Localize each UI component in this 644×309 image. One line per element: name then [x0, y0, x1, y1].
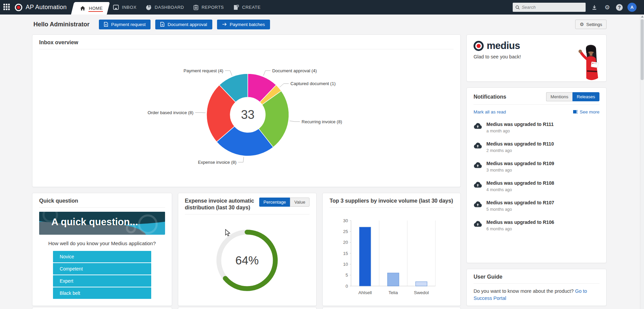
- y-tick-label: 15: [343, 251, 348, 256]
- scroll-up-arrow[interactable]: [641, 16, 644, 18]
- donut-label: Captured document (1): [291, 81, 336, 86]
- document-icon: [160, 22, 164, 27]
- tab-inbox[interactable]: INBOX: [108, 0, 141, 15]
- see-more[interactable]: See more: [573, 109, 599, 114]
- x-category-label: Ahlsell: [358, 290, 372, 295]
- tab-home[interactable]: HOME: [75, 2, 108, 15]
- donut-label-line: [225, 71, 232, 76]
- dashboard-icon: [146, 5, 152, 10]
- list-item[interactable]: Medius was upgraded to R1066 months ago: [474, 216, 599, 235]
- payment-batches-button[interactable]: Payment batches: [217, 20, 270, 29]
- tab-create[interactable]: CREATE: [229, 0, 265, 15]
- brand: AP Automation: [15, 4, 75, 11]
- gear-icon[interactable]: ⚙: [603, 3, 611, 11]
- reports-icon: [193, 5, 198, 10]
- inbox-donut-chart: Document approval (4)Captured document (…: [32, 50, 461, 184]
- download-icon[interactable]: [590, 3, 598, 11]
- payment-request-button[interactable]: Payment request: [99, 20, 151, 29]
- bar[interactable]: [359, 227, 371, 286]
- y-tick-label: 0: [346, 284, 348, 289]
- main-nav: HOME INBOX DASHBOARD REPORTS CREATE: [75, 0, 265, 15]
- donut-label: Order based invoice (8): [147, 110, 193, 115]
- donut-label: Payment request (4): [184, 68, 223, 73]
- inbox-overview-card: Inbox overview Document approval (4)Capt…: [32, 34, 461, 187]
- home-icon: [80, 6, 85, 11]
- donut-label-line: [263, 71, 270, 76]
- tab-mentions[interactable]: Mentions: [546, 92, 572, 101]
- top-suppliers-card: Top 3 suppliers by invoice volume (last …: [322, 193, 461, 306]
- search-box: [513, 3, 586, 12]
- quick-question-banner: A quick question...: [39, 212, 165, 235]
- document-approval-button[interactable]: Document approval: [155, 20, 212, 29]
- notification-list: Medius was upgraded to R111a month agoMe…: [474, 118, 599, 235]
- notification-title: Medius was upgraded to R109: [486, 161, 554, 166]
- toggle-percentage-button[interactable]: Percentage: [259, 198, 290, 207]
- app-title: AP Automation: [26, 4, 66, 11]
- list-item[interactable]: Medius was upgraded to R1075 months ago: [474, 196, 599, 216]
- scrollbar-thumb[interactable]: [641, 19, 644, 80]
- list-item[interactable]: Medius was upgraded to R111a month ago: [474, 118, 599, 137]
- option-competent-button[interactable]: Competent: [53, 263, 151, 275]
- header-row: Hello Administrator Payment request Docu…: [32, 19, 607, 30]
- option-blackbelt-button[interactable]: Black belt: [53, 287, 151, 299]
- create-icon: [233, 5, 239, 10]
- tab-releases[interactable]: Releases: [572, 92, 599, 101]
- gear-icon: ⚙: [580, 22, 584, 27]
- list-item[interactable]: Medius was upgraded to R1093 months ago: [474, 157, 599, 177]
- card-title: Top 3 suppliers by invoice volume (last …: [329, 198, 453, 204]
- donut-total: 33: [241, 108, 254, 122]
- automation-gauge-chart: 64%: [213, 226, 281, 295]
- app-grid-icon[interactable]: [3, 4, 11, 11]
- donut-label-line: [279, 84, 289, 87]
- vertical-scrollbar[interactable]: [640, 15, 644, 309]
- notification-title: Medius was upgraded to R108: [486, 180, 554, 186]
- user-avatar[interactable]: A: [627, 3, 637, 12]
- option-expert-button[interactable]: Expert: [53, 275, 151, 287]
- donut-label: Expense invoice (8): [198, 160, 236, 165]
- medius-logo-icon: [474, 41, 484, 51]
- donut-label-line: [290, 121, 300, 122]
- notification-time: 2 months ago: [486, 148, 554, 153]
- bar[interactable]: [387, 273, 399, 286]
- cloud-upload-icon: [474, 161, 482, 173]
- next-row-cards-peek: [32, 307, 461, 309]
- cloud-upload-icon: [474, 122, 482, 133]
- card-title: Inbox overview: [39, 39, 78, 46]
- tab-dashboard[interactable]: DASHBOARD: [141, 0, 189, 15]
- y-tick-label: 10: [343, 262, 348, 267]
- list-item[interactable]: Medius was upgraded to R1102 months ago: [474, 137, 599, 157]
- option-novice-button[interactable]: Novice: [53, 251, 151, 262]
- settings-button[interactable]: ⚙ Settings: [575, 20, 607, 29]
- card-title: User Guide: [474, 274, 502, 280]
- help-icon[interactable]: ?: [616, 4, 623, 11]
- bar[interactable]: [416, 282, 427, 286]
- document-icon: [104, 22, 108, 27]
- tab-reports[interactable]: REPORTS: [189, 0, 229, 15]
- notification-title: Medius was upgraded to R107: [486, 200, 554, 205]
- search-input[interactable]: [522, 5, 583, 10]
- medius-logo-icon: [15, 4, 22, 11]
- y-tick-label: 25: [343, 229, 348, 234]
- grid-more-icon: [573, 110, 578, 114]
- waving-person-illustration: [576, 43, 602, 81]
- page-title: Hello Administrator: [32, 21, 89, 28]
- inbox-icon: [113, 5, 119, 10]
- donut-label: Document approval (4): [272, 68, 317, 73]
- y-tick-label: 5: [346, 273, 348, 278]
- guide-text: Do you want to know more about the produ…: [474, 288, 574, 294]
- cloud-upload-icon: [474, 220, 482, 231]
- notification-title: Medius was upgraded to R106: [486, 220, 554, 225]
- list-item[interactable]: Medius was upgraded to R1084 months ago: [474, 177, 599, 196]
- notification-time: 3 months ago: [486, 168, 554, 173]
- cloud-upload-icon: [474, 200, 482, 212]
- see-more-link[interactable]: See more: [580, 109, 599, 114]
- card-title: Quick question: [39, 198, 78, 204]
- card-title: Notifications: [474, 94, 506, 100]
- x-category-label: Swedol: [414, 290, 429, 295]
- card-title: Expense invoice automatic distribution (…: [185, 198, 259, 211]
- mark-all-read-link[interactable]: Mark all as read: [474, 109, 506, 114]
- notification-time: a month ago: [486, 129, 554, 133]
- toggle-value-button[interactable]: Value: [290, 198, 310, 207]
- medius-welcome-card: medius Glad to see you back!: [466, 34, 607, 82]
- cloud-upload-icon: [474, 180, 482, 192]
